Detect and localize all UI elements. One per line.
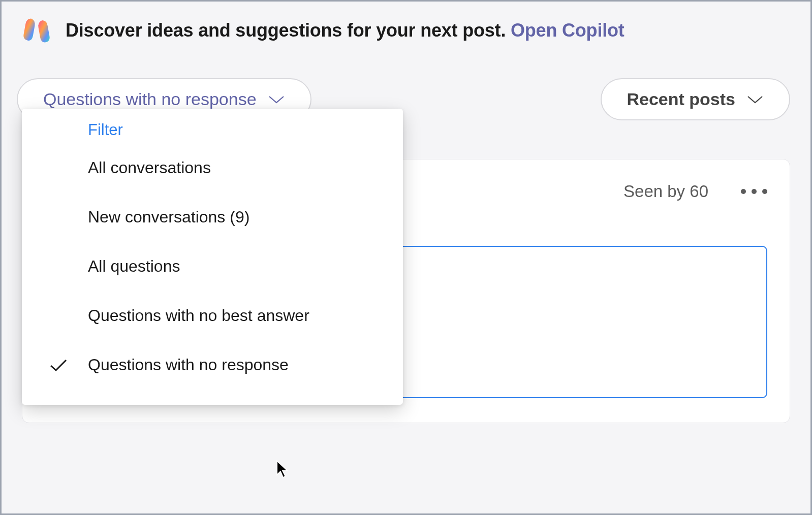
- sort-dropdown-button[interactable]: Recent posts: [601, 78, 791, 120]
- sort-selected-label: Recent posts: [627, 89, 736, 109]
- copilot-banner: Discover ideas and suggestions for your …: [2, 2, 810, 66]
- open-copilot-link[interactable]: Open Copilot: [511, 20, 624, 41]
- banner-text: Discover ideas and suggestions for your …: [66, 20, 624, 41]
- dropdown-item-label: All questions: [88, 257, 180, 276]
- dot-icon: [741, 189, 746, 194]
- filter-option-no-response[interactable]: Questions with no response: [22, 340, 403, 390]
- check-icon: [49, 358, 68, 372]
- check-slot: [42, 358, 75, 372]
- controls-row: Questions with no response Recent posts …: [2, 66, 810, 120]
- dropdown-item-label: Questions with no best answer: [88, 306, 309, 325]
- dropdown-item-label: All conversations: [88, 158, 211, 177]
- filter-option-new-conversations[interactable]: New conversations (9): [22, 192, 403, 242]
- banner-message: Discover ideas and suggestions for your …: [66, 20, 511, 41]
- dot-icon: [752, 189, 757, 194]
- filter-option-all-conversations[interactable]: All conversations: [22, 143, 403, 192]
- copilot-icon: [22, 16, 51, 45]
- more-options-button[interactable]: [741, 189, 767, 194]
- filter-option-no-best-answer[interactable]: Questions with no best answer: [22, 291, 403, 340]
- filter-dropdown-menu: Filter All conversations New conversatio…: [22, 109, 403, 405]
- dropdown-item-label: Questions with no response: [88, 356, 289, 374]
- chevron-down-icon: [268, 94, 285, 105]
- dot-icon: [762, 189, 767, 194]
- dropdown-header: Filter: [22, 121, 403, 143]
- filter-option-all-questions[interactable]: All questions: [22, 242, 403, 291]
- filter-selected-label: Questions with no response: [43, 89, 257, 109]
- cursor-icon: [275, 460, 290, 479]
- chevron-down-icon: [746, 94, 764, 105]
- seen-by-count: Seen by 60: [623, 182, 708, 201]
- dropdown-item-label: New conversations (9): [88, 208, 249, 227]
